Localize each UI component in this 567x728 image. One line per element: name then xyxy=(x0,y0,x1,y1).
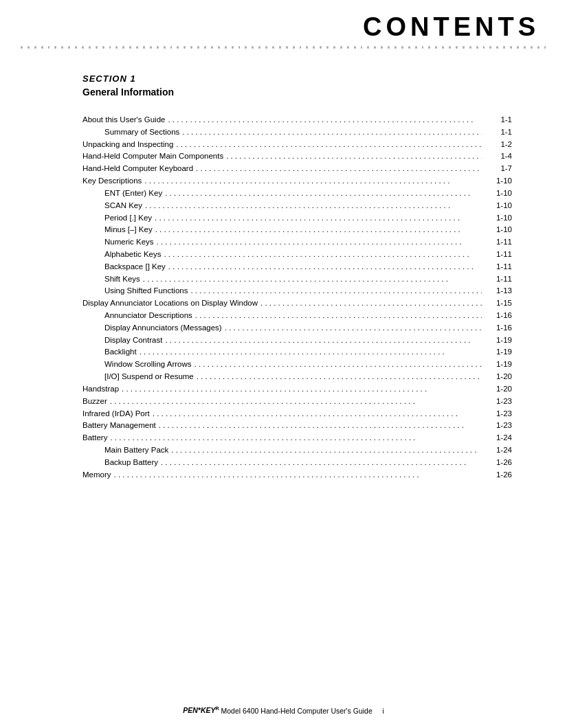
separator-dot xyxy=(408,46,410,49)
page-footer: PEN*KEYR Model 6400 Hand-Held Computer U… xyxy=(0,706,567,715)
toc-entry-dots: . . . . . . . . . . . . . . . . . . . . … xyxy=(140,346,482,359)
toc-entry-dots: . . . . . . . . . . . . . . . . . . . . … xyxy=(122,383,482,396)
toc-entry-page: 1-10 xyxy=(485,187,512,200)
separator-dot xyxy=(442,46,444,49)
separator-dot xyxy=(177,46,179,49)
toc-entry-page: 1-11 xyxy=(485,236,512,249)
separator-dot xyxy=(394,46,397,49)
separator-dot xyxy=(211,46,213,49)
toc-entry-dots: . . . . . . . . . . . . . . . . . . . . … xyxy=(260,297,482,310)
toc-entry-text: SCAN Key xyxy=(104,200,142,212)
separator-dot xyxy=(279,46,281,49)
toc-entry-page: 1-7 xyxy=(485,163,512,175)
toc-entry-text: Memory xyxy=(82,469,111,481)
toc-entry-dots: . . . . . . . . . . . . . . . . . . . . … xyxy=(155,224,482,236)
separator-dot xyxy=(489,46,491,49)
separator-dot xyxy=(496,46,498,49)
separator-dot xyxy=(544,46,546,49)
separator-dot xyxy=(170,46,173,49)
toc-entry-text: Window Scrolling Arrows xyxy=(104,359,192,371)
separator-dot xyxy=(225,46,227,49)
separator-dot xyxy=(476,46,478,49)
toc-entry-page: 1-16 xyxy=(485,322,512,334)
separator-dot xyxy=(313,46,315,49)
toc-entry-text: Annunciator Descriptions xyxy=(104,310,192,322)
separator-dot xyxy=(61,46,63,49)
separator-dot xyxy=(238,46,241,49)
separator-dot xyxy=(388,46,390,49)
toc-row: Unpacking and Inspecting . . . . . . . .… xyxy=(82,139,512,151)
toc-row: Battery Management . . . . . . . . . . .… xyxy=(82,420,512,432)
main-content: SECTION 1 General Information About this… xyxy=(0,53,567,508)
toc-entry-dots: . . . . . . . . . . . . . . . . . . . . … xyxy=(155,212,482,225)
toc-entry-dots: . . . . . . . . . . . . . . . . . . . . … xyxy=(194,359,482,371)
toc-entry-text: Hand-Held Computer Main Components xyxy=(82,150,223,163)
footer-superscript: R xyxy=(216,706,219,711)
toc-entry-text: Backlight xyxy=(104,346,137,359)
separator-dot xyxy=(75,46,77,49)
toc-entry-text: Infrared (IrDA) Port xyxy=(82,408,150,420)
toc-entry-text: Key Descriptions xyxy=(82,175,142,187)
toc-row: Annunciator Descriptions . . . . . . . .… xyxy=(82,310,512,322)
toc-entry-page: 1-1 xyxy=(485,114,512,126)
separator-dot xyxy=(537,46,540,49)
page-title: CONTENTS xyxy=(363,12,540,42)
toc-entry-dots: . . . . . . . . . . . . . . . . . . . . … xyxy=(168,114,482,126)
separator-dot xyxy=(293,46,295,49)
separator-dot xyxy=(252,46,254,49)
toc-entry-dots: . . . . . . . . . . . . . . . . . . . . … xyxy=(197,371,482,383)
toc-entry-dots: . . . . . . . . . . . . . . . . . . . . … xyxy=(190,285,482,297)
toc-entry-text: Unpacking and Inspecting xyxy=(82,139,173,151)
toc-entry-page: 1-19 xyxy=(485,334,512,347)
separator-dot xyxy=(41,46,43,49)
separator-dot xyxy=(300,46,302,49)
toc-entry-page: 1-10 xyxy=(485,224,512,236)
toc-row: Summary of Sections . . . . . . . . . . … xyxy=(82,126,512,139)
toc-entry-page: 1-26 xyxy=(485,469,512,481)
separator-dot xyxy=(21,46,23,49)
separator-dot xyxy=(428,46,430,49)
toc-entry-dots: . . . . . . . . . . . . . . . . . . . . … xyxy=(164,249,482,261)
separator-dot xyxy=(347,46,349,49)
separator-dot xyxy=(422,46,424,49)
separator-dot xyxy=(361,46,363,49)
toc-entry-page: 1-24 xyxy=(485,444,512,457)
toc-entry-text: Minus [–] Key xyxy=(104,224,153,236)
separator-dot xyxy=(320,46,322,49)
separator-dot xyxy=(258,46,260,49)
section-title: General Information xyxy=(82,87,512,98)
toc-entry-page: 1-10 xyxy=(485,212,512,225)
toc-entry-text: Summary of Sections xyxy=(104,126,179,139)
separator-dot xyxy=(306,46,308,49)
separator-dot xyxy=(503,46,505,49)
separator-dot xyxy=(517,46,519,49)
toc-row: Minus [–] Key . . . . . . . . . . . . . … xyxy=(82,224,512,236)
separator-dot xyxy=(109,46,111,49)
toc-row: Handstrap . . . . . . . . . . . . . . . … xyxy=(82,383,512,396)
separator-dot xyxy=(401,46,403,49)
page-header: CONTENTS xyxy=(0,0,567,42)
toc-entry-text: Numeric Keys xyxy=(104,236,154,249)
toc-row: Hand-Held Computer Keyboard . . . . . . … xyxy=(82,163,512,175)
toc-row: Backspace [] Key . . . . . . . . . . . .… xyxy=(82,261,512,273)
toc-row: SCAN Key . . . . . . . . . . . . . . . .… xyxy=(82,200,512,212)
toc-entry-text: ENT (Enter) Key xyxy=(104,187,162,200)
footer-brand: PEN*KEYR xyxy=(183,706,221,714)
separator-dot xyxy=(456,46,458,49)
separator-dot xyxy=(157,46,159,49)
separator-dot xyxy=(483,46,485,49)
toc-entry-dots: . . . . . . . . . . . . . . . . . . . . … xyxy=(153,408,482,420)
toc-entry-text: Display Annunciator Locations on Display… xyxy=(82,297,258,310)
toc-entry-page: 1-13 xyxy=(485,285,512,297)
separator-dot xyxy=(232,46,234,49)
toc-row: Window Scrolling Arrows . . . . . . . . … xyxy=(82,359,512,371)
toc-entry-text: Main Battery Pack xyxy=(104,444,168,457)
toc-entry-text: [I/O] Suspend or Resume xyxy=(104,371,194,383)
toc-entry-text: Using Shifted Functions xyxy=(104,285,188,297)
toc-entry-page: 1-4 xyxy=(485,150,512,163)
toc-row: Key Descriptions . . . . . . . . . . . .… xyxy=(82,175,512,187)
toc-row: Display Contrast . . . . . . . . . . . .… xyxy=(82,334,512,347)
toc-row: Main Battery Pack . . . . . . . . . . . … xyxy=(82,444,512,457)
toc-entry-dots: . . . . . . . . . . . . . . . . . . . . … xyxy=(110,396,482,408)
toc-row: Display Annunciators (Messages) . . . . … xyxy=(82,322,512,334)
